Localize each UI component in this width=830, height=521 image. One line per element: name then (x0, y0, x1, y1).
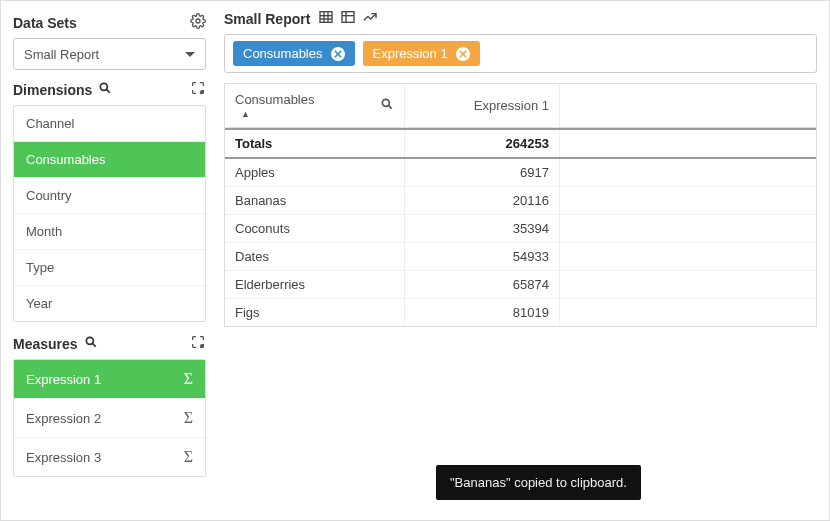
chip-label: Consumables (243, 46, 323, 61)
svg-line-20 (388, 105, 391, 108)
svg-rect-7 (320, 12, 332, 23)
cell-value: 35394 (405, 215, 560, 242)
dimension-item[interactable]: Consumables (14, 142, 205, 178)
sort-asc-icon: ▲ (235, 109, 315, 119)
measure-item[interactable]: Expression 1Σ (14, 360, 205, 399)
cell-label: Figs (225, 299, 405, 326)
dimension-item[interactable]: Month (14, 214, 205, 250)
dimension-item[interactable]: Channel (14, 106, 205, 142)
totals-value: 264253 (405, 130, 560, 157)
expand-icon[interactable] (190, 80, 206, 99)
cell-value: 65874 (405, 271, 560, 298)
measure-label: Expression 2 (26, 411, 101, 426)
measures-title: Measures (13, 336, 78, 352)
sigma-icon: Σ (184, 409, 193, 427)
table-view-icon[interactable] (318, 9, 334, 28)
sigma-icon: Σ (184, 448, 193, 466)
svg-point-3 (200, 90, 204, 94)
search-icon[interactable] (98, 81, 112, 98)
cell-value: 20116 (405, 187, 560, 214)
search-icon[interactable] (84, 335, 98, 352)
dimension-item[interactable]: Type (14, 250, 205, 286)
table-row[interactable]: Elderberries65874 (225, 271, 816, 299)
table-row[interactable]: Apples6917 (225, 159, 816, 187)
gear-icon[interactable] (190, 13, 206, 32)
svg-line-2 (107, 89, 110, 92)
measure-item[interactable]: Expression 3Σ (14, 438, 205, 476)
pivot-view-icon[interactable] (340, 9, 356, 28)
svg-point-4 (86, 337, 93, 344)
cell-label: Bananas (225, 187, 405, 214)
report-title: Small Report (224, 11, 310, 27)
cell-label: Elderberries (225, 271, 405, 298)
caret-down-icon (185, 52, 195, 57)
totals-label: Totals (225, 130, 405, 157)
sigma-icon: Σ (184, 370, 193, 388)
svg-rect-12 (342, 12, 354, 23)
toast-notification: "Bananas" copied to clipboard. (436, 465, 641, 500)
table-row[interactable]: Figs81019 (225, 299, 816, 326)
search-icon[interactable] (380, 97, 394, 114)
chart-view-icon[interactable] (362, 9, 378, 28)
measure-label: Expression 3 (26, 450, 101, 465)
filter-chip[interactable]: Expression 1 (363, 41, 480, 66)
measures-list: Expression 1ΣExpression 2ΣExpression 3Σ (13, 359, 206, 477)
dimension-item[interactable]: Country (14, 178, 205, 214)
cell-label: Coconuts (225, 215, 405, 242)
dimension-item[interactable]: Year (14, 286, 205, 321)
dimensions-title: Dimensions (13, 82, 92, 98)
cell-label: Dates (225, 243, 405, 270)
chip-label: Expression 1 (373, 46, 448, 61)
cell-value: 54933 (405, 243, 560, 270)
svg-point-1 (101, 83, 108, 90)
chip-close-icon[interactable] (456, 47, 470, 61)
table-row[interactable]: Coconuts35394 (225, 215, 816, 243)
totals-row: Totals 264253 (225, 128, 816, 159)
datasets-title: Data Sets (13, 15, 77, 31)
column-header-expression[interactable]: Expression 1 (474, 98, 549, 113)
dataset-selected: Small Report (24, 47, 99, 62)
expand-icon[interactable] (190, 334, 206, 353)
cell-label: Apples (225, 159, 405, 186)
table-row[interactable]: Dates54933 (225, 243, 816, 271)
svg-point-0 (196, 19, 200, 23)
dataset-dropdown[interactable]: Small Report (13, 38, 206, 70)
cell-value: 6917 (405, 159, 560, 186)
svg-point-6 (200, 344, 204, 348)
cell-value: 81019 (405, 299, 560, 326)
chip-bar: ConsumablesExpression 1 (224, 34, 817, 73)
filter-chip[interactable]: Consumables (233, 41, 355, 66)
column-header-consumables[interactable]: Consumables (235, 92, 315, 107)
svg-line-5 (92, 343, 95, 346)
dimensions-list: ChannelConsumablesCountryMonthTypeYear (13, 105, 206, 322)
svg-point-19 (382, 99, 389, 106)
chip-close-icon[interactable] (331, 47, 345, 61)
measure-item[interactable]: Expression 2Σ (14, 399, 205, 438)
data-table: Consumables ▲ Expression 1 Totals 264253… (224, 83, 817, 327)
table-row[interactable]: Bananas20116 (225, 187, 816, 215)
measure-label: Expression 1 (26, 372, 101, 387)
